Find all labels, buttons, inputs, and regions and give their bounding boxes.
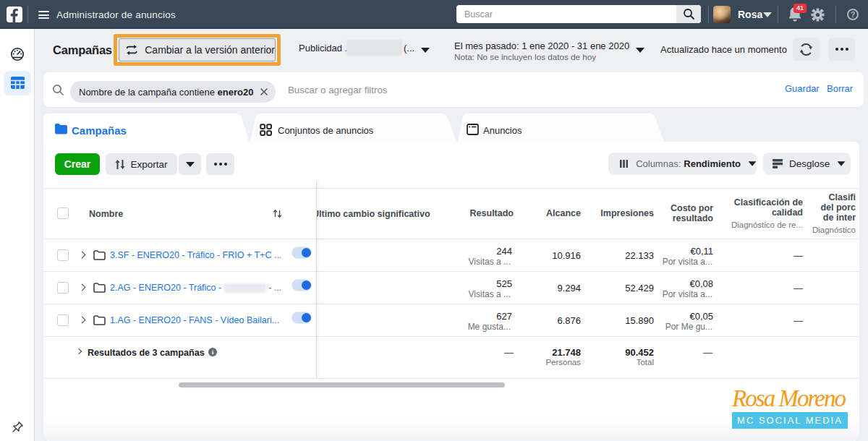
svg-text:Rosa Moreno: Rosa Moreno [731, 385, 846, 411]
